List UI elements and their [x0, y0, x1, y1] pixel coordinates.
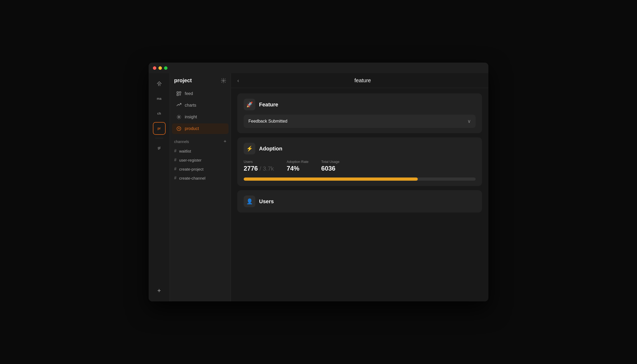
svg-point-6	[178, 128, 179, 129]
users-card: 👤 Users	[237, 190, 482, 213]
feature-card: 🚀 Feature Feedback Submitted ∨	[237, 93, 482, 133]
sidebar-divider	[155, 138, 163, 138]
channels-section-header: channels +	[170, 135, 231, 146]
users-value: 2776 / 3.7k	[244, 165, 274, 172]
users-card-header: 👤 Users	[244, 196, 476, 207]
channel-item-user-register[interactable]: # user-register	[170, 155, 231, 164]
users-icon: 👤	[246, 198, 253, 205]
insight-icon	[176, 114, 182, 120]
nav-item-insight[interactable]: insight	[172, 112, 229, 122]
lightning-icon: ⚡	[246, 145, 253, 152]
adoption-icon-bg: ⚡	[244, 143, 255, 154]
adoption-card: ⚡ Adoption Users 2776 / 3.7k	[237, 137, 482, 186]
home-icon	[156, 81, 162, 87]
hash-icon: #	[174, 158, 177, 162]
back-button[interactable]: ‹	[237, 77, 239, 84]
feedback-row[interactable]: Feedback Submitted ∨	[244, 115, 476, 128]
svg-rect-2	[179, 92, 181, 93]
maximize-button[interactable]	[164, 66, 167, 70]
channel-item-waitlist[interactable]: # waitlist	[170, 146, 231, 155]
adoption-header: ⚡ Adoption	[244, 143, 476, 154]
adoption-rate-label: Adoption Rate	[287, 160, 308, 164]
nav-item-feed[interactable]: feed	[172, 88, 229, 99]
hash-icon: #	[174, 176, 177, 180]
stat-users: Users 2776 / 3.7k	[244, 160, 274, 172]
total-usage-label: Total Usage	[321, 160, 339, 164]
app-window: ma ch pr gi + project	[149, 63, 488, 301]
stat-adoption-rate: Adoption Rate 74%	[287, 160, 308, 172]
svg-rect-1	[177, 92, 179, 93]
content-area: ‹ feature 🚀 Feature	[231, 73, 488, 301]
sidebar-item-gi[interactable]: gi	[153, 141, 166, 154]
svg-rect-3	[177, 94, 179, 96]
sidebar-item-add[interactable]: +	[153, 284, 166, 297]
nav-title: project	[174, 77, 192, 84]
sidebar-item-pr[interactable]: pr	[153, 122, 166, 135]
close-button[interactable]	[153, 66, 156, 70]
feature-icon-bg: 🚀	[244, 99, 255, 110]
feature-card-left: 🚀 Feature	[244, 99, 278, 110]
hash-icon: #	[174, 167, 177, 171]
users-label: Users	[244, 160, 274, 164]
sidebar-item-ch[interactable]: ch	[153, 107, 166, 120]
nav-header: project	[170, 77, 231, 88]
charts-icon	[176, 103, 182, 108]
feed-icon	[176, 91, 182, 96]
hash-icon: #	[174, 149, 177, 153]
feature-name: Feature	[259, 102, 278, 108]
feedback-label: Feedback Submitted	[248, 119, 287, 124]
product-icon	[176, 126, 182, 131]
channel-item-create-project[interactable]: # create-project	[170, 164, 231, 174]
content-body: 🚀 Feature Feedback Submitted ∨ ⚡	[231, 88, 488, 218]
rocket-icon: 🚀	[246, 101, 253, 108]
feature-card-header: 🚀 Feature	[244, 99, 476, 110]
users-name: Users	[259, 198, 274, 205]
page-title: feature	[243, 77, 482, 84]
nav-item-product[interactable]: product	[172, 123, 229, 134]
adoption-name: Adoption	[259, 146, 282, 152]
channel-item-create-channel[interactable]: # create-channel	[170, 174, 231, 183]
icon-sidebar: ma ch pr gi +	[149, 73, 170, 301]
minimize-button[interactable]	[158, 66, 162, 70]
stat-total-usage: Total Usage 6036	[321, 160, 339, 172]
main-area: ma ch pr gi + project	[149, 73, 488, 301]
users-secondary: / 3.7k	[260, 165, 274, 172]
chevron-down-icon: ∨	[467, 118, 471, 124]
settings-icon[interactable]	[221, 78, 226, 84]
total-usage-value: 6036	[321, 165, 335, 172]
nav-panel: project feed	[170, 73, 231, 301]
adoption-stats: Users 2776 / 3.7k Adoption Rate 74% Tota…	[244, 160, 476, 172]
adoption-rate-value: 74%	[287, 165, 299, 172]
sidebar-item-ma[interactable]: ma	[153, 92, 166, 105]
add-channel-button[interactable]: +	[223, 139, 226, 144]
users-icon-bg: 👤	[244, 196, 255, 207]
progress-bar	[244, 177, 476, 181]
progress-bar-fill	[244, 177, 418, 181]
content-header: ‹ feature	[231, 73, 488, 88]
title-bar	[149, 63, 488, 73]
nav-item-charts[interactable]: charts	[172, 100, 229, 111]
svg-point-0	[223, 80, 224, 81]
sidebar-item-home[interactable]	[153, 77, 166, 90]
svg-point-4	[178, 116, 180, 118]
